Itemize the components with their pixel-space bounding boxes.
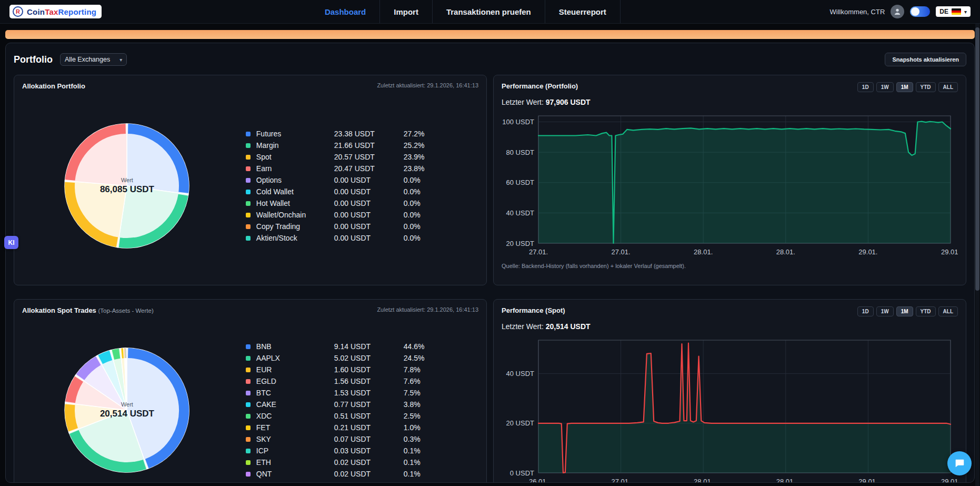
svg-text:100 USDT: 100 USDT	[502, 118, 534, 126]
range-button-1w[interactable]: 1W	[876, 306, 894, 316]
legend-item: CAKE0.77 USDT3.8%	[246, 399, 468, 410]
legend-percent: 7.5%	[404, 389, 435, 397]
legend-percent: 24.5%	[404, 354, 435, 362]
scrollbar-thumb[interactable]	[975, 27, 979, 291]
brand-letter: R	[16, 9, 20, 15]
pie-chart-svg	[57, 116, 196, 255]
range-button-ytd[interactable]: YTD	[916, 306, 936, 316]
legend-percent: 44.6%	[404, 342, 435, 351]
nav-import[interactable]: Import	[379, 0, 432, 23]
legend-value: 0.00 USDT	[334, 234, 404, 242]
legend-item: Cold Wallet0.00 USDT0.0%	[246, 186, 468, 197]
svg-text:28.01.: 28.01.	[776, 248, 795, 256]
legend-color-dot	[246, 379, 251, 384]
range-button-1w[interactable]: 1W	[876, 82, 894, 92]
legend-item: BTC1.53 USDT7.5%	[246, 387, 468, 399]
legend-color-dot	[246, 460, 251, 465]
legend-percent: 7.6%	[404, 377, 435, 385]
chart-source-note: Quelle: Backend-History (falls vorhanden…	[502, 263, 958, 269]
legend-color-dot	[246, 449, 251, 453]
legend-label: ICP	[256, 447, 334, 455]
legend-item: Spot20.57 USDT23.9%	[246, 151, 468, 163]
legend-percent: 0.0%	[404, 234, 435, 242]
performance-portfolio-card: Performance (Portfolio) 1D1W1MYTDALL Let…	[493, 75, 966, 285]
legend-percent: 1.0%	[404, 423, 435, 432]
legend-item: Copy Trading0.00 USDT0.0%	[246, 221, 468, 232]
svg-text:0 USDT: 0 USDT	[510, 469, 534, 477]
legend-value: 0.00 USDT	[334, 222, 404, 231]
legend-item: Hot Wallet0.00 USDT0.0%	[246, 197, 468, 209]
legend-label: XDC	[256, 412, 334, 420]
last-updated-text: Zuletzt aktualisiert: 29.1.2026, 16:41:1…	[377, 306, 478, 313]
legend-label: Futures	[256, 130, 334, 138]
svg-text:27.01.: 27.01.	[612, 248, 631, 256]
legend-value: 0.21 USDT	[334, 423, 404, 432]
svg-text:40 USDT: 40 USDT	[506, 209, 535, 217]
legend-percent: 0.0%	[404, 187, 435, 196]
legend-color-dot	[246, 224, 251, 229]
language-selector[interactable]: DE ▾	[936, 6, 971, 17]
svg-text:40 USDT: 40 USDT	[506, 370, 535, 378]
legend-item: FET0.21 USDT1.0%	[246, 422, 468, 433]
legend-color-dot	[246, 178, 251, 183]
legend-label: EUR	[256, 365, 334, 374]
range-button-all[interactable]: ALL	[938, 306, 958, 316]
legend-color-dot	[246, 472, 251, 477]
dashboard-grid: Allokation Portfolio Zuletzt aktualisier…	[14, 75, 966, 483]
snapshots-refresh-button[interactable]: Snapshots aktualisieren	[885, 53, 966, 66]
legend-item: AAPLX5.02 USDT24.5%	[246, 352, 468, 364]
chevron-down-icon: ▾	[964, 9, 967, 15]
svg-text:20 USDT: 20 USDT	[506, 240, 535, 247]
nav-transaktionen-pruefen[interactable]: Transaktionen pruefen	[432, 0, 545, 23]
legend-item: BNB9.14 USDT44.6%	[246, 341, 468, 352]
legend-color-dot	[246, 143, 251, 148]
nav-dashboard[interactable]: Dashboard	[311, 0, 379, 23]
exchange-filter-select[interactable]: Alle Exchanges ▾	[60, 53, 127, 66]
card-title: Allokation Portfolio	[22, 82, 85, 90]
portfolio-legend: Futures23.38 USDT27.2%Margin21.66 USDT25…	[232, 128, 478, 244]
legend-color-dot	[246, 236, 251, 241]
legend-label: ETH	[256, 458, 334, 467]
legend-item: Aktien/Stock0.00 USDT0.0%	[246, 232, 468, 244]
legend-label: Spot	[256, 153, 334, 161]
legend-label: QNT	[256, 470, 334, 478]
last-value: 97,906 USDT	[546, 98, 591, 106]
legend-percent: 23.9%	[404, 153, 435, 161]
legend-percent: 25.2%	[404, 141, 435, 150]
legend-percent: 27.2%	[404, 130, 435, 138]
range-button-all[interactable]: ALL	[938, 82, 958, 92]
last-value-line: Letzter Wert: 97,906 USDT	[502, 98, 958, 106]
app-root: R CoinTaxReporting Dashboard Import Tran…	[0, 0, 980, 486]
legend-color-dot	[246, 213, 251, 217]
accent-gradient-bar	[5, 30, 975, 39]
range-button-1d[interactable]: 1D	[857, 306, 874, 316]
svg-text:27.01.: 27.01.	[612, 478, 631, 483]
page-title: Portfolio	[14, 54, 53, 65]
legend-color-dot	[246, 344, 251, 349]
svg-text:28.01.: 28.01.	[694, 478, 713, 483]
legend-color-dot	[246, 402, 251, 407]
brand-logo[interactable]: R CoinTaxReporting	[9, 5, 102, 18]
legend-item: Margin21.66 USDT25.2%	[246, 140, 468, 151]
accent-bar-wrap	[0, 24, 980, 43]
chat-icon	[954, 458, 965, 469]
legend-value: 0.77 USDT	[334, 400, 404, 409]
ki-assistant-button[interactable]: KI	[4, 236, 18, 249]
range-button-1d[interactable]: 1D	[857, 82, 874, 92]
range-button-1m[interactable]: 1M	[896, 82, 913, 92]
legend-label: FET	[256, 423, 334, 432]
time-range-buttons: 1D1W1MYTDALL	[857, 306, 958, 316]
last-value: 20,514 USDT	[546, 322, 591, 331]
performance-spot-card: Performance (Spot) 1D1W1MYTDALL Letzter …	[493, 299, 966, 483]
range-button-ytd[interactable]: YTD	[916, 82, 936, 92]
theme-toggle[interactable]	[910, 6, 930, 17]
user-avatar-icon[interactable]	[891, 5, 904, 18]
chat-bubble-button[interactable]	[947, 451, 972, 475]
legend-item: EGLD1.56 USDT7.6%	[246, 375, 468, 387]
legend-value: 0.00 USDT	[334, 199, 404, 207]
range-button-1m[interactable]: 1M	[896, 306, 913, 316]
nav-steuerreport[interactable]: Steuerreport	[545, 0, 621, 23]
legend-item: Wallet/Onchain0.00 USDT0.0%	[246, 209, 468, 221]
legend-label: BNB	[256, 342, 334, 351]
legend-item: ETH0.02 USDT0.1%	[246, 457, 468, 468]
